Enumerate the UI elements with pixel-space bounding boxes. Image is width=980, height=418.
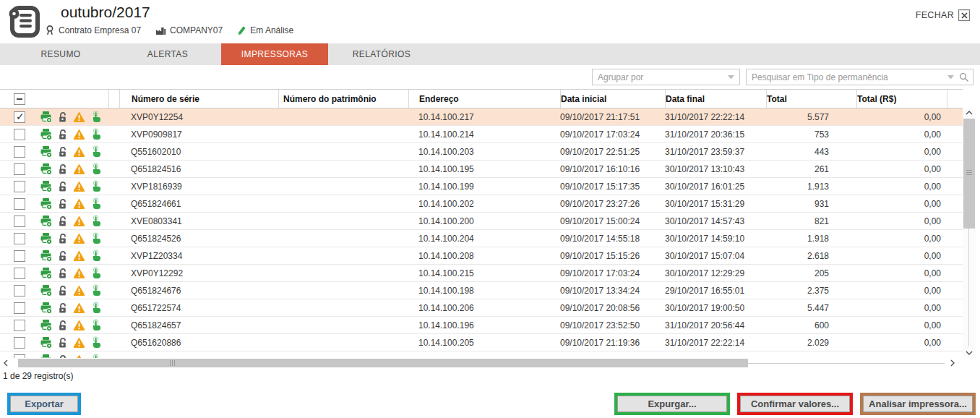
total-currency: 0,00 (856, 338, 947, 348)
close-button[interactable]: FECHAR (916, 9, 970, 21)
total-pages: 5.447 (766, 303, 856, 313)
vertical-scrollbar-thumb[interactable] (963, 119, 975, 229)
table-row[interactable]: XVP0Y12254 10.14.100.217 09/10/2017 21:1… (0, 108, 963, 126)
close-x-icon[interactable] (958, 9, 970, 21)
row-checkbox[interactable] (14, 146, 25, 158)
hand-touch-icon (90, 197, 102, 210)
total-currency: 0,00 (856, 268, 947, 278)
unlock-icon (56, 319, 69, 331)
serial-number: Q651824676 (119, 286, 278, 296)
start-date: 09/10/2017 17:03:24 (560, 268, 665, 278)
row-checkbox[interactable] (14, 337, 25, 349)
end-date: 30/10/2017 14:57:43 (665, 216, 766, 226)
column-header-endereco[interactable]: Endereço (408, 90, 560, 108)
row-checkbox[interactable] (14, 302, 25, 314)
total-pages: 2.618 (766, 251, 856, 261)
row-checkbox[interactable] (14, 268, 25, 279)
group-by-placeholder: Agrupar por (598, 72, 643, 82)
printer-certified-icon (40, 267, 52, 279)
warning-icon (73, 163, 85, 175)
table-row[interactable]: XVP0909817 10.14.100.214 09/10/2017 17:0… (0, 126, 963, 143)
page-title: outubro/2017 (45, 3, 293, 22)
table-row[interactable]: Q651620886 10.14.100.205 09/10/2017 21:1… (0, 334, 963, 351)
unlock-icon (56, 249, 69, 262)
column-header-total[interactable]: Total (766, 90, 856, 108)
end-date: 31/10/2017 20:36:15 (665, 129, 766, 140)
row-checkbox[interactable] (14, 285, 25, 297)
chevron-down-icon[interactable] (947, 75, 954, 80)
column-header-patrimonio[interactable]: Número do patrimônio (278, 90, 408, 108)
start-date: 09/10/2017 23:27:26 (560, 199, 665, 209)
serial-number: Q651824657 (119, 320, 278, 330)
start-date: 09/10/2017 13:34:24 (560, 286, 665, 296)
tab-alertas[interactable]: ALERTAS (114, 43, 221, 65)
scroll-up-arrow[interactable] (963, 108, 976, 118)
row-checkbox[interactable] (14, 163, 25, 175)
table-row[interactable]: Q551602010 10.14.100.203 09/10/2017 22:5… (0, 143, 963, 161)
search-box[interactable] (746, 69, 973, 85)
scroll-down-arrow[interactable] (963, 348, 976, 358)
start-date: 09/10/2017 23:52:50 (560, 320, 665, 330)
table-row[interactable]: Q651824516 10.14.100.195 09/10/2017 16:1… (0, 161, 963, 178)
total-pages: 2.375 (766, 286, 856, 296)
warning-icon (73, 215, 85, 227)
row-checkbox[interactable] (14, 250, 25, 262)
horizontal-scrollbar-thumb[interactable] (18, 359, 748, 367)
unlock-icon (56, 111, 69, 123)
unlock-icon (56, 232, 69, 244)
start-date: 09/10/2017 15:15:26 (560, 251, 665, 261)
purge-button[interactable]: Expurgar... (617, 396, 727, 412)
table-row[interactable]: XVE0803341 10.14.100.200 09/10/2017 15:0… (0, 213, 963, 230)
total-currency: 0,00 (856, 303, 947, 313)
warning-icon (73, 302, 85, 314)
row-checkbox[interactable] (14, 320, 25, 331)
group-by-dropdown[interactable]: Agrupar por (592, 69, 740, 85)
table-row[interactable]: XVP1Z20334 10.14.100.208 09/10/2017 15:1… (0, 247, 963, 265)
table-row[interactable]: Q651722574 10.14.100.206 09/10/2017 20:0… (0, 299, 963, 317)
scroll-left-arrow[interactable] (1, 358, 10, 368)
scroll-right-arrow[interactable] (948, 358, 957, 368)
column-header-serial[interactable]: Número de série (119, 90, 278, 108)
start-date: 09/10/2017 16:10:16 (560, 164, 665, 174)
select-all-checkbox[interactable] (14, 93, 25, 105)
serial-number: XVP0Y12292 (119, 268, 278, 278)
unlock-icon (56, 302, 69, 314)
printer-certified-icon (40, 232, 52, 244)
row-checkbox[interactable] (14, 233, 25, 244)
hand-touch-icon (90, 336, 102, 349)
printer-certified-icon (40, 284, 52, 297)
row-checkbox[interactable] (14, 216, 25, 227)
table-row[interactable]: XVP1816939 10.14.100.199 09/10/2017 15:1… (0, 178, 963, 195)
table-row[interactable]: Q651824526 10.14.100.204 09/10/2017 14:5… (0, 230, 963, 247)
export-button[interactable]: Exportar (10, 396, 78, 412)
confirm-values-button[interactable]: Confirmar valores... (740, 396, 850, 412)
ip-address: 10.14.100.202 (408, 199, 560, 209)
tab-relatorios[interactable]: RELATÓRIOS (328, 43, 435, 65)
row-checkbox[interactable] (14, 181, 25, 192)
table-row[interactable]: Q651824661 10.14.100.202 09/10/2017 23:2… (0, 195, 963, 213)
tab-impressoras[interactable]: IMPRESSORAS (221, 43, 328, 65)
end-date: 30/10/2017 13:10:43 (665, 164, 766, 174)
column-header-data-inicial[interactable]: Data inicial (560, 90, 665, 108)
printers-table: Número de série Número do patrimônio End… (0, 89, 963, 359)
table-row[interactable]: Q651824657 10.14.100.196 09/10/2017 23:5… (0, 317, 963, 334)
table-row[interactable]: Q651824676 10.14.100.198 09/10/2017 13:3… (0, 282, 963, 299)
row-checkbox[interactable] (14, 129, 25, 140)
table-row[interactable]: XVP0Y12292 10.14.100.215 09/10/2017 17:0… (0, 265, 963, 282)
warning-icon (73, 319, 85, 331)
column-header-data-final[interactable]: Data final (665, 90, 766, 108)
horizontal-scrollbar[interactable] (0, 358, 963, 368)
total-currency: 0,00 (856, 320, 947, 330)
contract-meta: Contrato Empresa 07 (45, 25, 141, 35)
column-header-total-rs[interactable]: Total (R$) (856, 90, 947, 108)
start-date: 09/10/2017 17:03:24 (560, 129, 665, 140)
vertical-scrollbar[interactable] (963, 108, 976, 358)
analyze-printer-button[interactable]: Analisar impressora... (863, 396, 973, 412)
search-input[interactable] (752, 72, 942, 82)
search-icon[interactable] (959, 72, 968, 82)
row-checkbox[interactable] (14, 198, 25, 210)
row-checkbox[interactable] (14, 111, 25, 123)
tab-resumo[interactable]: RESUMO (7, 43, 114, 65)
total-currency: 0,00 (856, 234, 947, 244)
hand-touch-icon (90, 111, 102, 123)
